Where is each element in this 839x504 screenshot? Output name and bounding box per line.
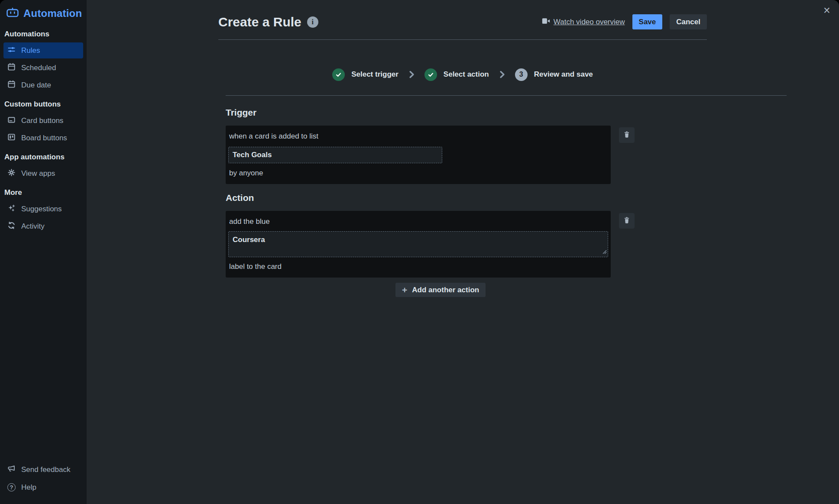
step-select-trigger[interactable]: Select trigger xyxy=(332,68,398,81)
action-text-before: add the blue xyxy=(228,213,608,230)
resize-grip-icon[interactable] xyxy=(602,248,607,256)
sidebar-header-custom-buttons: Custom buttons xyxy=(3,94,83,113)
calendar-icon xyxy=(7,80,16,90)
info-icon[interactable]: i xyxy=(307,16,318,28)
main-panel: × Create a Rule i Watch video overview S… xyxy=(87,0,839,504)
gear-icon xyxy=(7,168,16,179)
sidebar-item-label: Rules xyxy=(21,46,40,55)
action-label-textarea[interactable]: Coursera xyxy=(228,231,608,257)
sidebar-item-label: View apps xyxy=(21,169,55,178)
step-label: Select action xyxy=(444,70,489,79)
action-heading: Action xyxy=(226,193,254,203)
trigger-text-after: by anyone xyxy=(228,165,608,181)
chevron-right-icon xyxy=(407,70,416,79)
sliders-icon xyxy=(7,45,16,56)
step-label: Review and save xyxy=(534,70,593,79)
stepper-divider xyxy=(226,95,787,96)
watch-video-link[interactable]: Watch video overview xyxy=(542,18,625,26)
sidebar-header-app-automations: App automations xyxy=(3,147,83,165)
sidebar-item-label: Activity xyxy=(21,222,45,231)
app-logo: Automation xyxy=(3,6,83,24)
sidebar-item-label: Help xyxy=(21,483,36,492)
megaphone-icon xyxy=(7,465,16,475)
sidebar-item-help[interactable]: ? Help xyxy=(3,479,83,495)
chevron-right-icon xyxy=(498,70,506,79)
sidebar-item-card-buttons[interactable]: Card buttons xyxy=(3,113,83,129)
trigger-text-before: when a card is added to list xyxy=(228,128,608,145)
sidebar-item-label: Board buttons xyxy=(21,134,67,142)
sidebar-item-label: Card buttons xyxy=(21,116,63,125)
sidebar-item-label: Due date xyxy=(21,81,51,90)
header-divider xyxy=(218,39,707,40)
page-title: Create a Rule xyxy=(218,15,301,29)
delete-trigger-button[interactable] xyxy=(619,127,635,143)
sidebar-item-activity[interactable]: Activity xyxy=(3,218,83,234)
trigger-list-input[interactable]: Tech Goals xyxy=(228,147,442,163)
sidebar-item-rules[interactable]: Rules xyxy=(3,42,83,58)
calendar-icon xyxy=(7,63,16,73)
card-icon xyxy=(7,116,16,126)
sparkles-icon xyxy=(7,204,16,214)
sidebar-item-suggestions[interactable]: Suggestions xyxy=(3,201,83,217)
check-icon xyxy=(332,68,345,81)
sidebar: Automation Automations Rules Scheduled xyxy=(0,0,87,504)
sidebar-header-more: More xyxy=(3,183,83,201)
header-row: Create a Rule i Watch video overview Sav… xyxy=(218,14,707,29)
watch-video-label: Watch video overview xyxy=(554,18,625,26)
refresh-icon xyxy=(7,221,16,232)
sidebar-item-scheduled[interactable]: Scheduled xyxy=(3,60,83,76)
action-label-value: Coursera xyxy=(233,236,265,244)
add-another-action-label: Add another action xyxy=(412,286,479,294)
action-rule-box: add the blue Coursera label to the card xyxy=(226,211,611,278)
sidebar-item-send-feedback[interactable]: Send feedback xyxy=(3,462,83,478)
step-number-badge: 3 xyxy=(515,68,528,81)
question-icon: ? xyxy=(7,483,16,491)
trash-icon xyxy=(623,131,631,140)
save-button[interactable]: Save xyxy=(632,14,663,29)
plus-icon: + xyxy=(402,285,407,294)
automation-modal: Automation Automations Rules Scheduled xyxy=(0,0,839,504)
step-label: Select trigger xyxy=(351,70,398,79)
sidebar-item-board-buttons[interactable]: Board buttons xyxy=(3,130,83,146)
cancel-button[interactable]: Cancel xyxy=(670,14,707,29)
trigger-list-value: Tech Goals xyxy=(233,151,272,159)
sidebar-item-view-apps[interactable]: View apps xyxy=(3,165,83,181)
trash-icon xyxy=(623,216,631,226)
sidebar-item-label: Suggestions xyxy=(21,205,62,213)
delete-action-button[interactable] xyxy=(619,213,635,229)
action-text-after: label to the card xyxy=(228,258,608,275)
trigger-heading: Trigger xyxy=(226,107,256,118)
stepper: Select trigger Select action xyxy=(218,66,707,83)
check-icon xyxy=(424,68,437,81)
header-actions: Watch video overview Save Cancel xyxy=(542,14,707,29)
title-wrap: Create a Rule i xyxy=(218,15,318,29)
robot-icon xyxy=(6,7,19,20)
sidebar-footer: Send feedback ? Help xyxy=(3,462,83,497)
step-review-and-save[interactable]: 3 Review and save xyxy=(515,68,593,81)
board-icon xyxy=(7,133,16,143)
close-icon[interactable]: × xyxy=(820,3,834,17)
trigger-rule-box: when a card is added to list Tech Goals … xyxy=(226,126,611,184)
add-another-action-button[interactable]: + Add another action xyxy=(395,283,486,297)
video-camera-icon xyxy=(542,18,550,26)
sidebar-item-label: Send feedback xyxy=(21,465,70,474)
step-select-action[interactable]: Select action xyxy=(424,68,489,81)
app-logo-label: Automation xyxy=(23,7,82,19)
sidebar-header-automations: Automations xyxy=(3,24,83,42)
sidebar-item-label: Scheduled xyxy=(21,64,56,72)
sidebar-item-due-date[interactable]: Due date xyxy=(3,77,83,93)
